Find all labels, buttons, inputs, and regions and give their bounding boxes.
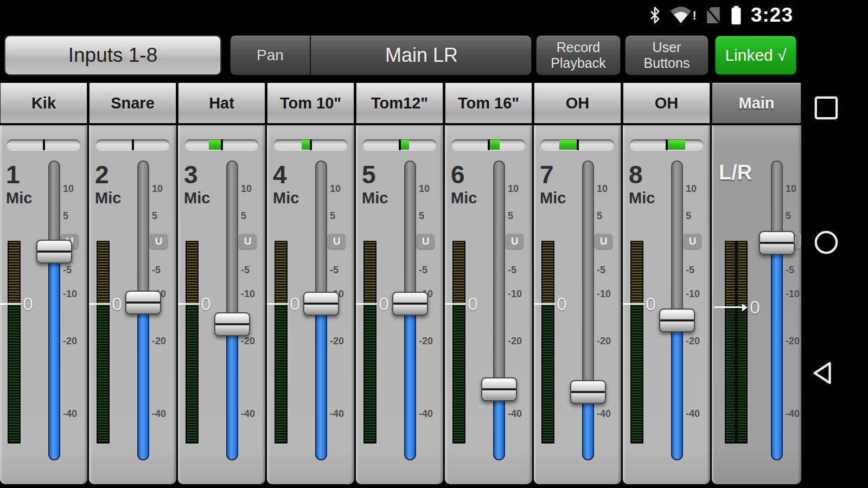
- pan-slider[interactable]: [362, 139, 437, 150]
- fader-handle-channel-1[interactable]: [36, 240, 72, 264]
- fader-fill: [671, 320, 683, 460]
- meter-yellow-zone: [726, 242, 735, 305]
- channel-number: 3: [184, 160, 198, 189]
- fader-scale-tick: -5: [152, 265, 174, 275]
- channel-number: 4: [273, 160, 287, 189]
- meter-zero-label: 0: [750, 297, 760, 318]
- meter-zero-line: [267, 303, 289, 305]
- channel-name-button[interactable]: Tom12": [356, 82, 443, 124]
- linked-toggle-button[interactable]: Linked √: [714, 35, 797, 75]
- meter-zero-label: 0: [290, 293, 300, 314]
- channel-name-button[interactable]: OH: [623, 82, 710, 124]
- channel-name-button[interactable]: Kik: [0, 82, 87, 124]
- unity-gain-marker: U: [239, 233, 257, 249]
- fader-handle-channel-7[interactable]: [570, 380, 606, 404]
- fader-scale-tick: -5: [419, 265, 441, 275]
- meter-green-zone: [9, 305, 20, 442]
- meter-zero-line: [0, 303, 22, 305]
- fader-scale-tick: 10: [686, 183, 707, 194]
- fader-scale-tick: -20: [63, 336, 85, 346]
- fader-fill: [137, 303, 149, 460]
- user-buttons-button[interactable]: User Buttons: [625, 35, 709, 75]
- level-meter: [452, 241, 465, 444]
- record-playback-button[interactable]: Record Playback: [536, 35, 621, 75]
- main-lr-label: Main LR: [385, 44, 458, 67]
- inputs-bank-button[interactable]: Inputs 1-8: [4, 35, 221, 75]
- main-strip-button[interactable]: Main: [712, 82, 801, 124]
- fader-handle-channel-3[interactable]: [214, 312, 250, 336]
- pan-slider[interactable]: [95, 139, 170, 150]
- fader-handle-main[interactable]: [759, 231, 795, 255]
- fader-scale-tick: -40: [508, 408, 529, 419]
- fader-scale-tick: -20: [597, 336, 618, 346]
- pan-slider[interactable]: [184, 139, 259, 150]
- fader-scale-tick: -20: [786, 336, 807, 346]
- channel-strip: 6Mic0105-5-10-20-40U: [445, 125, 532, 484]
- fader-scale-tick: -5: [597, 265, 618, 275]
- meter-led-column: [454, 242, 464, 442]
- channel-name-button[interactable]: Tom 10": [267, 82, 354, 124]
- channel-number: 8: [629, 160, 643, 189]
- meter-led-column: [631, 242, 642, 442]
- channel-name-button[interactable]: Hat: [178, 82, 265, 124]
- fader-scale-tick: -10: [241, 288, 263, 299]
- channel-strip: 2Mic0105-5-10-20-40U: [89, 125, 176, 484]
- fader-scale-tick: -40: [786, 408, 807, 419]
- fader-handle-channel-5[interactable]: [392, 292, 428, 316]
- meter-yellow-zone: [542, 242, 553, 305]
- fader-scale-tick: -5: [686, 265, 707, 275]
- meter-led-column: [9, 242, 20, 442]
- meter-led-column: [542, 242, 553, 442]
- recents-square-icon[interactable]: [814, 95, 839, 123]
- fader-handle-channel-2[interactable]: [125, 291, 161, 314]
- meter-zero-label: 0: [646, 293, 656, 314]
- fader-scale-tick: -5: [241, 265, 263, 275]
- wifi-alert-mark: !: [693, 8, 697, 24]
- user-line2: Buttons: [644, 55, 690, 70]
- fader-scale-tick: 10: [786, 183, 807, 194]
- fader-fill: [48, 252, 60, 460]
- clock: 3:23: [751, 4, 793, 27]
- pan-slider[interactable]: [540, 139, 615, 150]
- fader-handle-channel-8[interactable]: [659, 309, 695, 332]
- user-line1: User: [653, 40, 681, 55]
- meter-green-zone: [631, 305, 642, 442]
- pan-slider[interactable]: [629, 139, 704, 150]
- meter-green-zone: [98, 305, 108, 442]
- fader-scale-tick: -40: [597, 408, 618, 419]
- meter-zero-line: [445, 303, 467, 305]
- fader-scale-tick: 10: [241, 183, 263, 194]
- fader-scale-tick: -40: [686, 408, 707, 419]
- fader-handle-channel-4[interactable]: [303, 292, 339, 316]
- main-lr-button[interactable]: Main LR: [312, 36, 531, 75]
- level-meter: [186, 241, 199, 444]
- pan-view-button[interactable]: Pan: [231, 36, 311, 75]
- home-circle-icon[interactable]: [814, 230, 839, 257]
- fader-handle-channel-6[interactable]: [481, 377, 517, 401]
- pan-slider[interactable]: [451, 139, 526, 150]
- fader-scale-tick: -20: [508, 336, 529, 346]
- fader-scale-tick: -40: [63, 408, 85, 419]
- no-sim-icon: [705, 6, 722, 24]
- fader-scale-tick: -5: [330, 265, 352, 275]
- meter-yellow-zone: [631, 242, 642, 305]
- pan-slider[interactable]: [7, 139, 81, 150]
- channel-name-button[interactable]: Tom 16": [445, 82, 532, 124]
- fader-scale-tick: 5: [686, 210, 707, 221]
- pan-amount-bar: [667, 140, 685, 150]
- top-toolbar: Inputs 1-8 Pan Main LR Record Playback U…: [0, 30, 868, 81]
- channel-name-button[interactable]: OH: [534, 82, 621, 124]
- channel-name-button[interactable]: Snare: [89, 82, 176, 124]
- back-triangle-icon[interactable]: [812, 360, 837, 388]
- meter-zero-arrowhead: [742, 304, 748, 311]
- fader-fill: [315, 304, 327, 460]
- pan-center-tick: [399, 139, 401, 150]
- pan-slider[interactable]: [273, 139, 348, 150]
- channel-number: 5: [362, 160, 376, 189]
- pan-center-tick: [221, 139, 223, 150]
- fader-scale-tick: -10: [686, 288, 707, 299]
- meter-yellow-zone: [9, 242, 20, 305]
- mixer-screen: ! 3:23 Inputs 1-8 Pan Main LR Re: [0, 0, 868, 488]
- fader-scale-tick: -5: [508, 265, 529, 275]
- meter-yellow-zone: [276, 242, 286, 305]
